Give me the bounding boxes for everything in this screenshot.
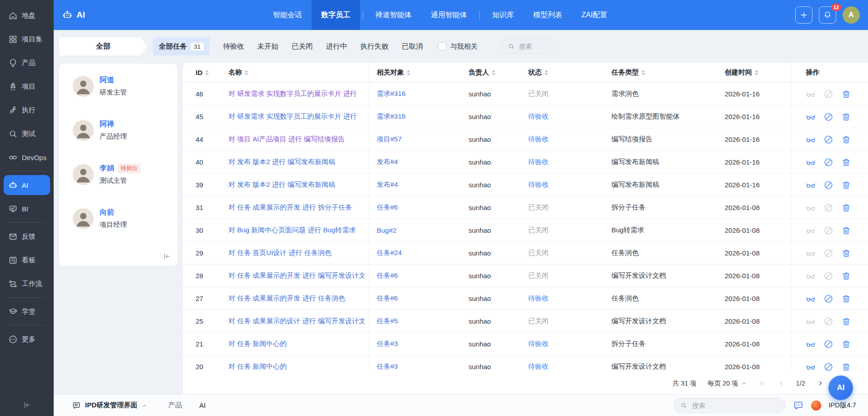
review-action-icon[interactable] bbox=[806, 248, 816, 258]
object-link[interactable]: 需求#316 bbox=[377, 112, 405, 121]
footer-crumb-ai[interactable]: AI bbox=[199, 401, 206, 409]
delete-action-icon[interactable] bbox=[841, 294, 851, 304]
sidebar-item-bi[interactable]: BI bbox=[4, 199, 50, 219]
object-link[interactable]: 需求#316 bbox=[377, 90, 405, 98]
nav-item-digital-staff[interactable]: 数字员工 bbox=[312, 0, 360, 30]
column-header-created[interactable]: 创建时间 bbox=[725, 63, 791, 83]
review-action-icon[interactable] bbox=[806, 157, 816, 167]
sidebar-item-product[interactable]: 产品 bbox=[4, 53, 50, 73]
object-link[interactable]: 任务#24 bbox=[377, 249, 402, 257]
next-page-button[interactable] bbox=[816, 379, 824, 387]
sidebar-item-execution[interactable]: 执行 bbox=[4, 100, 50, 120]
sidebar-item-test[interactable]: 测试 bbox=[4, 124, 50, 144]
object-link[interactable]: 项目#57 bbox=[377, 135, 402, 144]
cancel-action-icon[interactable] bbox=[823, 294, 833, 304]
task-name-link[interactable]: 对 研发需求 实现数字员工的展示卡片 进行 bbox=[228, 90, 357, 98]
sidebar-item-project[interactable]: 项目 bbox=[4, 76, 50, 96]
review-action-icon[interactable] bbox=[806, 226, 816, 236]
sidebar-item-workflow[interactable]: 工作流 bbox=[4, 274, 50, 294]
task-name-link[interactable]: 对 发布 版本2 进行 编写发布新闻稿 bbox=[228, 180, 335, 189]
filter-tab-doing[interactable]: 进行中 bbox=[326, 37, 348, 55]
global-search-input[interactable] bbox=[691, 401, 770, 410]
sidebar-item-ai[interactable]: AI bbox=[4, 175, 50, 195]
workspace-switcher[interactable]: IPD研发管理界面 bbox=[72, 401, 147, 410]
nav-item-zentao-agent[interactable]: 禅道智能体 bbox=[366, 0, 421, 30]
staff-item[interactable]: 李娟待就位测试主管 bbox=[73, 164, 177, 185]
delete-action-icon[interactable] bbox=[841, 157, 851, 167]
column-header-type[interactable]: 任务类型 bbox=[611, 63, 725, 83]
cancel-action-icon[interactable] bbox=[823, 248, 833, 258]
page-size-select[interactable]: 每页 20 项 bbox=[707, 379, 747, 388]
object-link[interactable]: 任务#3 bbox=[377, 362, 398, 371]
review-action-icon[interactable] bbox=[806, 271, 816, 281]
review-action-icon[interactable] bbox=[806, 339, 816, 349]
object-link[interactable]: 任务#6 bbox=[377, 294, 398, 303]
object-link[interactable]: Bug#2 bbox=[377, 226, 396, 234]
staff-name-link[interactable]: 阿禅 bbox=[100, 120, 114, 129]
staff-item[interactable]: 阿禅产品经理 bbox=[73, 120, 177, 141]
delete-action-icon[interactable] bbox=[841, 226, 851, 236]
global-search[interactable] bbox=[674, 398, 786, 413]
sidebar-item-school[interactable]: 学堂 bbox=[4, 301, 50, 321]
sidebar-item-kanban[interactable]: 看板 bbox=[4, 250, 50, 270]
cancel-action-icon[interactable] bbox=[823, 362, 833, 372]
object-link[interactable]: 发布#4 bbox=[377, 158, 398, 166]
sidebar-item-devops[interactable]: DevOps bbox=[4, 147, 50, 167]
review-action-icon[interactable] bbox=[806, 180, 816, 190]
task-name-link[interactable]: 对 任务 新闻中心的 bbox=[228, 340, 287, 348]
task-name-link[interactable]: 对 任务 成果展示的开发 进行 任务润色 bbox=[228, 294, 345, 303]
object-link[interactable]: 任务#6 bbox=[377, 203, 398, 212]
staff-name-link[interactable]: 阿道 bbox=[100, 75, 114, 85]
delete-action-icon[interactable] bbox=[841, 203, 851, 213]
staff-item[interactable]: 向前项目经理 bbox=[73, 208, 177, 229]
app-logo[interactable]: AI bbox=[62, 10, 85, 20]
delete-action-icon[interactable] bbox=[841, 316, 851, 326]
assistant-chat-icon[interactable] bbox=[793, 400, 804, 411]
task-name-link[interactable]: 对 Bug 新闻中心页面问题 进行 Bug转需求 bbox=[228, 226, 356, 235]
task-name-link[interactable]: 对 任务 成果展示的开发 进行 编写开发设计文档 bbox=[228, 271, 364, 280]
filter-tab-notstarted[interactable]: 未开始 bbox=[257, 37, 279, 55]
task-search[interactable] bbox=[502, 39, 553, 54]
task-name-link[interactable]: 对 研发需求 实现数字员工的展示卡片 进行 bbox=[228, 112, 357, 121]
staff-item[interactable]: 阿道研发主管 bbox=[73, 75, 177, 97]
review-action-icon[interactable] bbox=[806, 135, 816, 145]
review-action-icon[interactable] bbox=[806, 362, 816, 372]
cancel-action-icon[interactable] bbox=[823, 339, 833, 349]
filter-tab-pending[interactable]: 待验收 bbox=[223, 37, 244, 55]
sort-icon[interactable] bbox=[755, 70, 758, 75]
cancel-action-icon[interactable] bbox=[823, 316, 833, 326]
notifications-button[interactable]: 13 bbox=[819, 6, 836, 24]
delete-action-icon[interactable] bbox=[841, 135, 851, 145]
nav-item-models[interactable]: 模型列表 bbox=[524, 0, 572, 30]
ai-assistant-fab[interactable]: AI bbox=[828, 376, 853, 400]
delete-action-icon[interactable] bbox=[841, 89, 851, 99]
task-name-link[interactable]: 对 任务 首页UI设计 进行 任务润色 bbox=[228, 249, 332, 257]
panel-collapse-icon[interactable] bbox=[162, 252, 171, 261]
cancel-action-icon[interactable] bbox=[823, 180, 833, 190]
filter-tab-all[interactable]: 全部任务31 bbox=[153, 37, 210, 55]
filter-tab-cancelled[interactable]: 已取消 bbox=[402, 37, 423, 55]
cancel-action-icon[interactable] bbox=[823, 157, 833, 167]
delete-action-icon[interactable] bbox=[841, 248, 851, 258]
nav-item-chat[interactable]: 智能会话 bbox=[263, 0, 312, 30]
sort-icon[interactable] bbox=[407, 70, 410, 75]
sidebar-collapse-button[interactable] bbox=[0, 394, 54, 416]
task-name-link[interactable]: 对 任务 成果展示的开发 进行 拆分子任务 bbox=[228, 203, 352, 212]
cancel-action-icon[interactable] bbox=[823, 271, 833, 281]
sort-icon[interactable] bbox=[245, 70, 248, 75]
review-action-icon[interactable] bbox=[806, 316, 816, 326]
footer-crumb-product[interactable]: 产品 bbox=[168, 401, 182, 410]
cancel-action-icon[interactable] bbox=[823, 89, 833, 99]
task-name-link[interactable]: 对 项目 AI产品项目 进行 编写结项报告 bbox=[228, 135, 345, 144]
sidebar-item-feedback[interactable]: 反馈 bbox=[4, 226, 50, 246]
task-name-link[interactable]: 对 任务 成果展示的设计 进行 编写开发设计文档 bbox=[228, 317, 364, 326]
column-header-id[interactable]: ID bbox=[196, 63, 228, 83]
add-button[interactable] bbox=[795, 6, 812, 24]
first-page-button[interactable] bbox=[758, 379, 766, 387]
column-header-name[interactable]: 名称 bbox=[228, 63, 369, 83]
object-link[interactable]: 任务#6 bbox=[377, 271, 398, 280]
column-header-object[interactable]: 相关对象 bbox=[369, 63, 469, 83]
nav-item-general-agent[interactable]: 通用智能体 bbox=[421, 0, 477, 30]
sort-icon[interactable] bbox=[545, 70, 548, 75]
delete-action-icon[interactable] bbox=[841, 362, 851, 372]
